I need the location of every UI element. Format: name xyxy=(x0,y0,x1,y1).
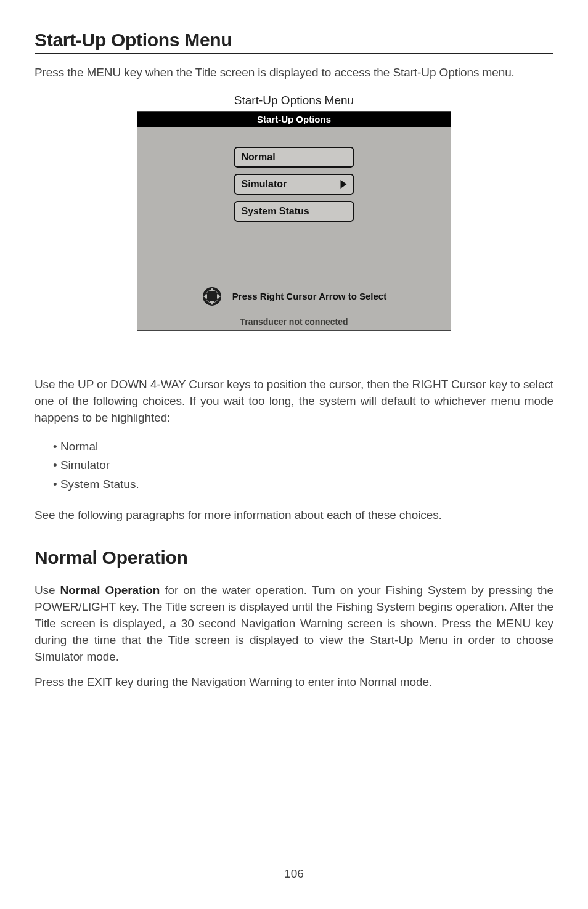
exit-paragraph: Press the EXIT key during the Navigation… xyxy=(35,674,553,691)
normal-operation-paragraph: Use Normal Operation for on the water op… xyxy=(35,582,553,666)
document-page: Start-Up Options Menu Press the MENU key… xyxy=(0,0,588,909)
hint-text: Press Right Cursor Arrow to Select xyxy=(232,291,386,301)
option-label: System Status xyxy=(242,206,309,217)
bullet-list: Normal Simulator System Status. xyxy=(53,438,553,494)
screenshot-title-bar: Start-Up Options xyxy=(137,112,451,127)
section-title-normal-operation: Normal Operation xyxy=(35,547,553,571)
figure-caption: Start-Up Options Menu xyxy=(35,94,553,107)
footer-rule xyxy=(35,863,553,863)
option-system-status[interactable]: System Status xyxy=(234,201,354,222)
screenshot-body: Normal Simulator System Status xyxy=(137,127,451,330)
option-simulator[interactable]: Simulator xyxy=(234,174,354,195)
option-label: Simulator xyxy=(242,179,287,190)
list-item: Normal xyxy=(53,438,553,456)
see-paragraph: See the following paragraphs for more in… xyxy=(35,507,553,524)
cursor-instructions: Use the UP or DOWN 4-WAY Cursor keys to … xyxy=(35,377,553,426)
option-list: Normal Simulator System Status xyxy=(234,147,354,228)
text-prefix: Use xyxy=(35,584,60,597)
list-item: Simulator xyxy=(53,456,553,475)
screenshot-startup-options: Start-Up Options Normal Simulator System… xyxy=(137,111,451,331)
four-way-cursor-icon xyxy=(202,286,223,307)
list-item: System Status. xyxy=(53,475,553,494)
section-title-startup: Start-Up Options Menu xyxy=(35,30,553,54)
text-bold-lead: Normal Operation xyxy=(60,584,160,597)
option-normal[interactable]: Normal xyxy=(234,147,354,168)
hint-row: Press Right Cursor Arrow to Select xyxy=(137,286,451,307)
screenshot-footer-status: Transducer not connected xyxy=(137,317,451,327)
page-footer: 106 xyxy=(35,863,553,881)
page-number: 106 xyxy=(35,867,553,881)
chevron-right-icon xyxy=(341,180,347,189)
option-label: Normal xyxy=(242,152,276,163)
intro-paragraph: Press the MENU key when the Title screen… xyxy=(35,65,553,81)
